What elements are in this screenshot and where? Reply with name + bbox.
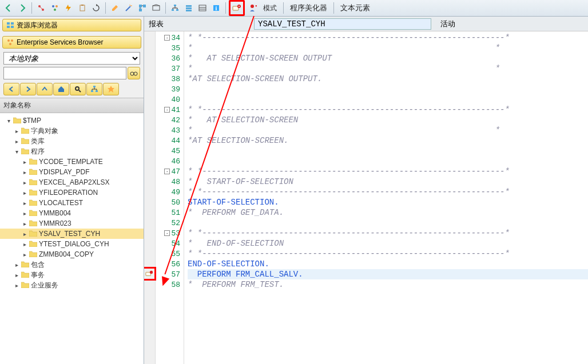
code-area[interactable]: * *-------------------------------------… [184, 31, 588, 364]
expand-icon[interactable]: ▸ [14, 262, 19, 268]
pen-icon[interactable] [109, 2, 121, 14]
expand-icon[interactable]: ▸ [22, 231, 27, 237]
code-line[interactable] [188, 218, 588, 228]
expand-icon[interactable]: ▸ [22, 179, 27, 186]
clipboard-icon[interactable] [76, 2, 89, 14]
tree-node[interactable]: ▸ZMMB004_COPY [0, 249, 144, 259]
code-line[interactable]: *AT SELECTION-SCREEN OUTPUT. [188, 74, 588, 84]
expand-icon[interactable]: ▸ [22, 169, 27, 175]
forward-icon[interactable] [16, 2, 29, 14]
display-icon[interactable] [150, 2, 162, 14]
nav-up-icon[interactable] [37, 83, 53, 95]
list-icon[interactable] [196, 2, 209, 14]
tree-node[interactable]: ▸事务 [0, 270, 144, 280]
code-line[interactable]: * AT SELECTION-SCREEN [188, 115, 588, 125]
text-elements-label[interactable]: 文本元素 [337, 3, 374, 13]
code-line[interactable] [188, 146, 588, 156]
tree-node[interactable]: ▸类库 [0, 136, 144, 146]
expand-icon[interactable]: ▸ [22, 221, 27, 227]
nav-tree-icon[interactable] [86, 83, 102, 95]
code-line[interactable]: * PERFORM GET_DATA. [188, 207, 588, 218]
tree-node[interactable]: ▸YTEST_DIALOG_CYH [0, 239, 144, 249]
nav-forward-icon[interactable] [20, 83, 36, 95]
tree-node[interactable]: ▸YCODE_TEMPLATE [0, 157, 144, 167]
expand-icon[interactable]: ▸ [22, 159, 27, 165]
tree-node[interactable]: ▸企业服务 [0, 280, 144, 290]
wand-icon[interactable] [122, 2, 135, 14]
info-icon[interactable]: i [210, 2, 223, 14]
code-line[interactable]: START-OF-SELECTION. [188, 197, 588, 207]
expand-icon[interactable]: ▸ [14, 128, 19, 134]
code-line[interactable]: * * [188, 43, 588, 53]
esb-button[interactable]: Enterprise Services Browser [2, 36, 141, 49]
nav-find-icon[interactable] [70, 83, 86, 95]
expand-icon[interactable]: ▸ [22, 200, 27, 206]
code-line[interactable]: * *-------------------------------------… [188, 249, 588, 259]
program-name-field[interactable] [254, 18, 431, 30]
tree-node[interactable]: ▸YMMB004 [0, 208, 144, 218]
code-line[interactable]: * START-OF-SELECTION [188, 177, 588, 187]
breakpoint-set-icon[interactable] [229, 0, 245, 16]
expand-icon[interactable]: ▸ [14, 138, 19, 145]
tool-icon-2[interactable] [49, 2, 61, 14]
code-line[interactable]: * PERFORM FRM_TEST. [188, 279, 588, 290]
code-line[interactable]: * *-------------------------------------… [188, 228, 588, 238]
mode-label[interactable]: 模式 [260, 3, 280, 13]
tree-node[interactable]: ▸YFILEOPERATION [0, 187, 144, 198]
tool-icon-1[interactable] [35, 2, 47, 14]
where-used-icon[interactable] [136, 2, 149, 14]
expand-icon[interactable]: ▸ [22, 251, 27, 258]
expand-icon[interactable]: ▸ [22, 241, 27, 247]
tree-node[interactable]: ▾程序 [0, 146, 144, 157]
code-line[interactable]: * * [188, 125, 588, 135]
refresh-icon[interactable] [90, 2, 102, 14]
breakpoint-marker-icon[interactable] [144, 267, 156, 281]
back-icon[interactable] [2, 2, 15, 14]
fold-icon[interactable]: - [164, 230, 170, 236]
tree-node[interactable]: ▸YMMR023 [0, 218, 144, 229]
code-line[interactable]: PERFORM FRM_CALL_SALV. [188, 269, 588, 279]
code-line[interactable]: END-OF-SELECTION. [188, 259, 588, 269]
beautifier-label[interactable]: 程序美化器 [287, 3, 331, 13]
fold-icon[interactable]: - [164, 169, 170, 174]
expand-icon[interactable]: ▸ [14, 272, 19, 278]
code-line[interactable] [188, 84, 588, 94]
code-line[interactable]: *AT SELECTION-SCREEN. [188, 135, 588, 146]
object-tree[interactable]: ▾$TMP▸字典对象▸类库▾程序▸YCODE_TEMPLATE▸YDISPLAY… [0, 113, 144, 364]
expand-icon[interactable]: ▸ [22, 210, 27, 217]
code-line[interactable]: * *-------------------------------------… [188, 187, 588, 197]
expand-icon[interactable]: ▸ [22, 190, 27, 196]
stack-icon[interactable] [182, 2, 195, 14]
hierarchy-icon[interactable] [169, 2, 181, 14]
object-search-input[interactable] [3, 67, 126, 79]
expand-icon[interactable]: ▾ [14, 149, 19, 155]
tree-node[interactable]: ▸字典对象 [0, 126, 144, 136]
expand-icon[interactable]: ▾ [6, 118, 11, 124]
activate-icon[interactable] [62, 2, 75, 14]
tree-node[interactable]: ▸YDISPLAY_PDF [0, 167, 144, 177]
tree-node[interactable]: ▸YLOCALTEST [0, 198, 144, 208]
folder-icon [21, 261, 29, 268]
tree-node[interactable]: ▸YEXCEL_ABAP2XLSX [0, 177, 144, 187]
repository-browser-button[interactable]: 资源库浏览器 [2, 19, 141, 31]
code-line[interactable]: * * [188, 63, 588, 74]
code-line[interactable]: * END-OF-SELECTION [188, 238, 588, 249]
code-line[interactable]: * *-------------------------------------… [188, 105, 588, 115]
breakpoint-user-icon[interactable]: ● [246, 2, 259, 14]
code-line[interactable]: * AT SELECTION-SCREEN OUTPUT [188, 53, 588, 63]
fold-icon[interactable]: - [164, 107, 170, 113]
fold-icon[interactable]: - [164, 35, 170, 41]
tree-node[interactable]: ▾$TMP [0, 115, 144, 126]
code-line[interactable] [188, 94, 588, 105]
nav-home-icon[interactable] [53, 83, 69, 95]
nav-favorite-icon[interactable] [103, 83, 119, 95]
nav-back-icon[interactable] [3, 83, 19, 95]
tree-node[interactable]: ▸YSALV_TEST_CYH [0, 229, 144, 239]
code-editor[interactable]: -34353637383940-414243444546-47484950515… [144, 31, 588, 364]
object-scope-select[interactable]: 本地对象 [3, 52, 140, 65]
tree-node[interactable]: ▸包含 [0, 259, 144, 270]
glasses-icon[interactable] [128, 67, 140, 79]
code-line[interactable] [188, 156, 588, 166]
expand-icon[interactable]: ▸ [14, 282, 19, 289]
code-line[interactable]: * *-------------------------------------… [188, 166, 588, 177]
